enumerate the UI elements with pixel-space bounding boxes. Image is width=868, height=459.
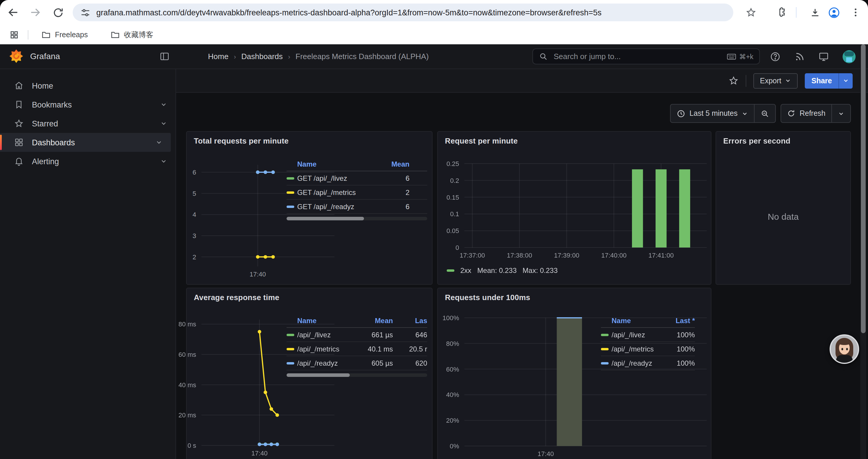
series-name[interactable]: 2xx [460, 266, 471, 275]
news-rss-icon[interactable] [794, 51, 805, 62]
chevron-down-icon[interactable] [160, 101, 167, 108]
sidebar-item-alerting[interactable]: Alerting [0, 152, 176, 171]
favorite-star-icon[interactable] [728, 76, 739, 86]
share-button[interactable]: Share [805, 73, 853, 88]
extensions-icon[interactable] [775, 6, 788, 19]
toolbar-divider [796, 7, 797, 18]
browser-toolbar [0, 0, 868, 25]
legend-row: /api/_/livez 100% [601, 328, 695, 342]
share-dropdown-arrow[interactable] [838, 73, 852, 88]
svg-text:20 ms: 20 ms [179, 412, 196, 419]
chevron-down-icon[interactable] [160, 158, 167, 165]
back-icon[interactable] [6, 6, 20, 19]
series-mean: 40.1 ms [359, 345, 393, 353]
monitor-icon[interactable] [818, 51, 829, 62]
refresh-button[interactable]: Refresh [781, 104, 831, 122]
series-name[interactable]: GET /api/_/readyz [297, 202, 374, 210]
legend-header-name[interactable]: Name [297, 160, 374, 168]
svg-text:60 ms: 60 ms [179, 351, 196, 358]
refresh-interval-dropdown[interactable] [832, 104, 850, 122]
sidebar-item-home[interactable]: Home [0, 76, 176, 95]
series-mean: 6 [374, 174, 427, 182]
bookmark-folder-freeleaps[interactable]: Freeleaps [37, 28, 92, 42]
legend-header-last[interactable]: Last * [662, 317, 695, 325]
forward-icon[interactable] [29, 6, 42, 19]
svg-text:60%: 60% [446, 366, 459, 373]
grafana-app: Grafana Home › Dashboards › Freeleaps Me… [0, 44, 868, 459]
download-icon[interactable] [808, 6, 821, 19]
series-mean: 2 [374, 188, 427, 196]
series-name[interactable]: GET /api/_/livez [297, 174, 374, 182]
help-icon[interactable] [770, 51, 780, 62]
search-box[interactable]: ⌘+k [532, 48, 760, 64]
svg-text:40 ms: 40 ms [179, 381, 196, 389]
reload-icon[interactable] [52, 6, 64, 19]
zoom-out-button[interactable] [754, 104, 775, 122]
legend-row: GET /api/_/livez 6 [286, 171, 427, 186]
sidebar-item-bookmarks[interactable]: Bookmarks [0, 95, 176, 114]
legend-header-mean[interactable]: Mean [359, 317, 393, 325]
series-name[interactable]: /api/_/livez [612, 330, 662, 339]
sidebar-item-starred[interactable]: Starred [0, 114, 176, 133]
series-swatch-green [601, 333, 609, 336]
series-name[interactable]: /api/_/metrics [297, 345, 359, 353]
keyboard-icon [727, 53, 736, 60]
sidebar-item-label: Alerting [32, 157, 59, 166]
refresh-icon [787, 109, 795, 118]
search-shortcut: ⌘+k [727, 52, 753, 61]
grafana-brand[interactable]: Grafana [9, 48, 60, 63]
floating-assistant-avatar[interactable] [830, 334, 859, 364]
panel-title[interactable]: Requests under 100ms [445, 293, 530, 302]
breadcrumb-dashboards[interactable]: Dashboards [241, 52, 283, 61]
panel-title[interactable]: Errors per second [723, 136, 790, 145]
svg-text:6: 6 [193, 169, 196, 176]
breadcrumb-home[interactable]: Home [208, 52, 228, 61]
dashboard-content: Last 5 minutes Refresh [176, 93, 868, 459]
bookmark-star-icon[interactable] [745, 6, 757, 19]
series-name[interactable]: /api/_/readyz [297, 359, 359, 367]
screenshot-stage: Freeleaps 收藏博客 Grafana Home [0, 0, 868, 459]
clock-icon [677, 109, 685, 118]
export-button[interactable]: Export [753, 73, 798, 88]
refresh-label: Refresh [800, 109, 826, 118]
series-last: 100% [662, 330, 695, 339]
sidebar-item-dashboards[interactable]: Dashboards [0, 133, 171, 152]
chevron-down-icon[interactable] [155, 139, 162, 146]
sidebar-toggle-icon[interactable] [159, 52, 169, 61]
user-avatar[interactable] [843, 50, 856, 63]
legend-table: Name Mean Las /api/_/livez 661 µs 646 /a… [286, 314, 427, 377]
legend-scrollbar[interactable] [286, 373, 427, 377]
series-swatch-yellow [286, 348, 294, 350]
url-input[interactable] [96, 8, 733, 17]
legend-table: Name Last * /api/_/livez 100% /api/_/met… [601, 314, 695, 370]
site-settings-icon[interactable] [80, 7, 90, 18]
panel-title[interactable]: Average response time [194, 293, 279, 302]
series-name[interactable]: /api/_/readyz [612, 359, 662, 367]
legend-row: /api/_/readyz 100% [601, 356, 695, 370]
series-swatch-green [286, 333, 294, 336]
legend-row: GET /api/_/metrics 2 [286, 186, 427, 200]
chevron-down-icon[interactable] [160, 120, 167, 127]
panel-title[interactable]: Request per minute [445, 136, 518, 145]
bookmark-folder-blogs[interactable]: 收藏博客 [105, 28, 158, 42]
panel-title[interactable]: Total requests per minute [194, 136, 289, 145]
menu-kebab-icon[interactable] [849, 6, 862, 19]
time-range-picker[interactable]: Last 5 minutes [671, 104, 754, 122]
profile-icon[interactable] [827, 6, 840, 19]
search-input[interactable] [553, 52, 727, 61]
series-name[interactable]: /api/_/metrics [612, 345, 662, 353]
series-name[interactable]: /api/_/livez [297, 330, 359, 339]
apps-grid-icon[interactable] [8, 28, 21, 41]
address-bar[interactable] [73, 4, 733, 21]
legend-header-name[interactable]: Name [297, 317, 359, 325]
legend-header-name[interactable]: Name [612, 317, 662, 325]
sidebar-item-label: Home [32, 81, 53, 90]
page-scrollbar-thumb[interactable] [861, 44, 866, 333]
legend-scrollbar[interactable] [286, 217, 427, 220]
legend-row: /api/_/metrics 100% [601, 342, 695, 356]
series-name[interactable]: GET /api/_/metrics [297, 188, 374, 196]
legend-header-last[interactable]: Las [393, 317, 427, 325]
bookmarks-bar: Freeleaps 收藏博客 [0, 25, 868, 44]
svg-text:0.25: 0.25 [446, 160, 459, 167]
legend-header-mean[interactable]: Mean [374, 160, 427, 168]
